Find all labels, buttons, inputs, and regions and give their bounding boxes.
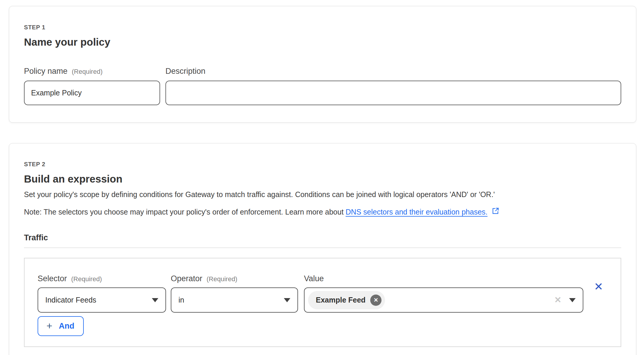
chevron-down-icon <box>284 298 290 302</box>
selector-required-hint: (Required) <box>71 275 102 283</box>
gateway-policy-form: STEP 1 Name your policy Policy name (Req… <box>0 6 644 355</box>
policy-name-input[interactable] <box>24 81 160 105</box>
traffic-divider <box>24 247 621 248</box>
description-input[interactable] <box>165 81 621 105</box>
value-tag-label: Example Feed <box>316 296 366 304</box>
operator-value: in <box>178 296 184 304</box>
value-label: Value <box>304 274 324 283</box>
step1-card: STEP 1 Name your policy Policy name (Req… <box>9 6 636 123</box>
operator-label-row: Operator (Required) <box>171 275 298 283</box>
and-button-label: And <box>59 322 74 331</box>
policy-name-field-group: Policy name (Required) <box>24 67 160 105</box>
plus-icon: + <box>46 321 52 331</box>
expression-note: Note: The selectors you choose may impac… <box>24 207 621 217</box>
policy-name-required-hint: (Required) <box>72 68 103 75</box>
operator-field-group: Operator (Required) in <box>171 275 298 313</box>
value-field-group: Value Example Feed ✕ ✕ <box>304 275 583 313</box>
expression-intro: Set your policy's scope by defining cond… <box>24 190 621 199</box>
value-label-row: Value <box>304 275 583 283</box>
description-field-group: Description <box>165 67 621 105</box>
step2-step-label: STEP 2 <box>24 161 621 167</box>
step1-title: Name your policy <box>24 36 621 48</box>
selector-value: Indicator Feeds <box>45 296 96 304</box>
delete-condition-icon[interactable]: ✕ <box>594 281 603 292</box>
condition-row: Selector (Required) Indicator Feeds Oper… <box>38 275 608 313</box>
traffic-heading: Traffic <box>24 233 621 242</box>
selector-label: Selector <box>38 274 67 283</box>
dns-selectors-link[interactable]: DNS selectors and their evaluation phase… <box>346 208 487 216</box>
chevron-down-icon <box>569 298 576 302</box>
condition-box: Selector (Required) Indicator Feeds Oper… <box>24 258 621 347</box>
remove-tag-icon[interactable]: ✕ <box>370 295 381 306</box>
note-text: Note: The selectors you choose may impac… <box>24 208 346 216</box>
step1-fields-row: Policy name (Required) Description <box>24 67 621 105</box>
description-label-row: Description <box>165 67 621 75</box>
value-tag: Example Feed ✕ <box>308 291 385 309</box>
step1-step-label: STEP 1 <box>24 24 621 31</box>
policy-name-label-row: Policy name (Required) <box>24 67 160 75</box>
selector-dropdown[interactable]: Indicator Feeds <box>38 287 166 313</box>
value-multiselect[interactable]: Example Feed ✕ ✕ <box>304 287 583 313</box>
add-and-condition-button[interactable]: + And <box>38 316 84 336</box>
policy-name-label: Policy name <box>24 67 67 76</box>
operator-label: Operator <box>171 274 202 283</box>
clear-values-icon[interactable]: ✕ <box>554 296 561 304</box>
chevron-down-icon <box>152 298 158 302</box>
step2-card: STEP 2 Build an expression Set your poli… <box>9 143 636 355</box>
operator-dropdown[interactable]: in <box>171 287 298 313</box>
external-link-icon[interactable] <box>492 207 500 215</box>
selector-label-row: Selector (Required) <box>38 275 166 283</box>
operator-required-hint: (Required) <box>207 275 237 283</box>
selector-field-group: Selector (Required) Indicator Feeds <box>38 275 166 313</box>
step2-title: Build an expression <box>24 173 621 185</box>
description-label: Description <box>165 67 205 76</box>
